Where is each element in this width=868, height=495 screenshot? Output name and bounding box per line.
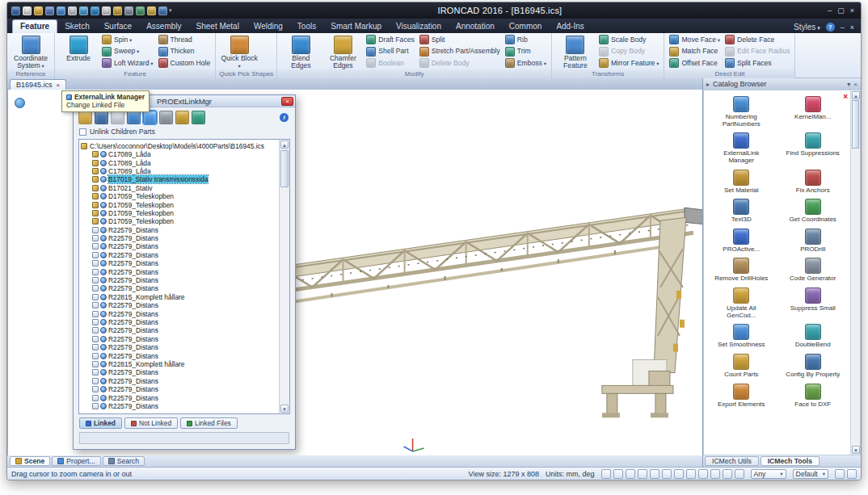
selection-filter-select[interactable]: Any [751,469,786,479]
tree-item[interactable]: R22815_Komplett hållare [81,293,279,301]
catalog-item[interactable]: Set Smoothness [706,324,777,349]
ribbon-button[interactable]: Pattern Feature [554,34,596,69]
ribbon-tab[interactable]: Common [502,20,550,33]
scene-tab[interactable]: Scene [10,456,50,466]
ribbon-button[interactable]: Coordinate System [10,34,52,69]
tree-scrollbar[interactable] [279,140,289,413]
help-icon[interactable]: ? [826,23,835,31]
catalog-item[interactable]: ExternalLink Manager [706,132,777,164]
catalog-item[interactable]: Remove DrillHoles [706,258,777,283]
catalog-item[interactable]: Set Material [706,170,777,195]
catalog-tab[interactable]: ICMech Utils [705,456,759,466]
tree-item[interactable]: D17059_Teleskopben [81,192,279,200]
ribbon-button[interactable]: Offset Face [667,57,723,69]
catalog-item[interactable]: Face to DXF [777,384,849,409]
styles-dropdown[interactable]: Styles [794,23,820,31]
ribbon-tab[interactable]: Smart Markup [323,20,389,33]
ribbon-button[interactable]: Extrude [57,34,99,69]
tree-item[interactable]: R22579_Distans [81,335,279,343]
tree-item[interactable]: R22579_Distans [81,251,279,259]
zoom-in-icon[interactable] [613,469,623,479]
catalog-item[interactable]: Numbering PartNumbers [706,96,777,128]
ribbon-button[interactable]: Chamfer Edges [322,34,364,69]
tree-item[interactable]: R22579_Distans [81,226,279,234]
tree-item[interactable]: B17021_Stativ [81,184,279,192]
tree-item[interactable]: R22815_Komplett hållare [81,360,279,368]
ribbon-button[interactable]: Delete Body [417,57,503,69]
ribbon-button[interactable]: Custom Hole [156,57,213,69]
look-at-icon[interactable] [674,469,684,479]
scroll-down-icon[interactable] [852,446,860,454]
ribbon-tab[interactable]: Sheet Metal [189,20,246,33]
tree-item[interactable]: D17059_Teleskopben [81,209,279,217]
zoom-window-icon[interactable] [638,469,647,479]
scroll-down-icon[interactable] [280,405,289,413]
close-document-icon[interactable]: × [850,23,854,31]
ribbon-button[interactable]: Emboss [503,57,549,69]
ribbon-button[interactable]: Copy Body [596,46,662,58]
ribbon-button[interactable]: Shell Part [364,46,416,58]
link-report-icon[interactable] [111,111,124,124]
catalog-menu-icon[interactable]: ▾ [847,81,850,88]
tree-root-item[interactable]: C:\Users\coconnor\Desktop\Models\4000Par… [81,141,279,150]
tab-close-icon[interactable]: × [57,82,61,89]
maximize-button[interactable]: ▢ [837,6,845,15]
dialog-tab[interactable]: Linked Files [180,417,238,429]
ribbon-tab[interactable]: Feature [12,19,57,33]
undo-icon[interactable] [79,6,88,15]
dialog-tab[interactable]: Linked [79,417,122,429]
catalog-item[interactable]: Export Elements [706,384,777,409]
new-scene-icon[interactable] [23,6,32,15]
tree-item[interactable]: R22579_Distans [81,343,279,351]
tree-item[interactable]: B17019_Stativ transmissionssida [81,175,279,183]
catalog-item[interactable]: Config By Property [777,354,849,379]
orbit-icon[interactable] [662,469,672,479]
tree-item[interactable]: C17089_Låda [81,150,279,158]
ribbon-button[interactable]: Thread [156,34,213,46]
minimize-ribbon-icon[interactable]: – [841,23,845,31]
catalog-item[interactable]: Code Generator [777,258,849,283]
proextlinkmgr-dialog[interactable]: PROExtLinkMgr [73,94,296,450]
scroll-up-icon[interactable] [852,91,860,99]
render-mode-icon[interactable] [698,469,708,479]
ribbon-button[interactable]: Split Faces [723,57,792,69]
tree-item[interactable]: C17089_Låda [81,158,279,166]
catalog-item[interactable]: Suppress Small [777,287,849,319]
tree-item[interactable]: R22579_Distans [81,309,279,317]
tree-item[interactable]: R22579_Distans [81,351,279,359]
tree-item[interactable]: C17089_Låda [81,167,279,175]
catalog-item[interactable]: PROActive... [706,229,777,254]
catalog-tab[interactable]: ICMech Tools [761,456,820,466]
ribbon-button[interactable]: Spin [99,34,156,46]
scene-tab[interactable]: Search [103,456,145,466]
paste-icon[interactable] [113,6,122,15]
3d-viewport[interactable]: PROExtLinkMgr [7,90,702,455]
save-all-icon[interactable] [57,6,65,15]
ribbon-button[interactable]: Sweep [99,46,156,58]
ribbon-button[interactable]: Scale Body [596,34,662,46]
ribbon-button[interactable]: Edit Face Radius [723,46,792,58]
ribbon-button[interactable]: Match Face [667,46,723,58]
minimize-button[interactable]: – [828,6,832,15]
open-linked-file-icon[interactable] [78,111,92,124]
tree-item[interactable]: R22579_Distans [81,318,279,326]
catalog-folder-icon[interactable]: ▸ [706,81,710,88]
ribbon-tab[interactable]: Add-Ins [549,20,591,33]
ribbon-button[interactable]: Draft Faces [364,34,416,46]
ribbon-tab[interactable]: Sketch [57,20,97,33]
dialog-close-button[interactable] [281,97,293,106]
settings-icon[interactable] [147,6,156,15]
catalog-item[interactable]: Update All GenCod... [706,287,777,319]
tree-item[interactable]: R22579_Distans [81,402,279,410]
copy-icon[interactable] [102,6,111,15]
save-icon[interactable] [45,6,54,15]
catalog-item[interactable]: Text3D [706,199,777,224]
open-icon[interactable] [34,6,43,15]
catalog-item[interactable]: KernelMan... [777,96,849,128]
ribbon-button[interactable]: Split [417,34,503,46]
tree-item[interactable]: R22579_Distans [81,393,279,401]
app-logo-icon[interactable] [11,6,20,15]
ribbon-button[interactable]: Trim [503,46,549,58]
edit-link-icon[interactable] [95,111,108,124]
tree-item[interactable]: R22579_Distans [81,267,279,275]
